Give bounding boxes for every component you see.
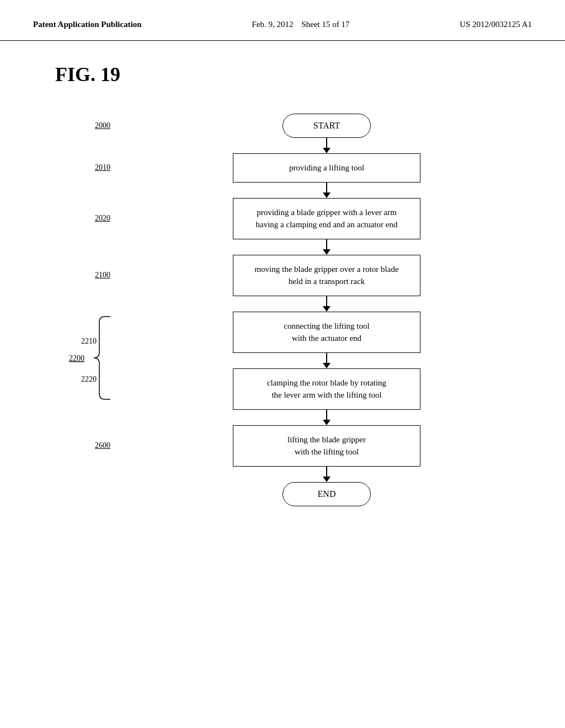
arrow-head-3 bbox=[323, 306, 331, 312]
arrow-segment-4 bbox=[121, 353, 532, 368]
arrow-segment-6 bbox=[121, 467, 532, 482]
arrow-head-4 bbox=[323, 363, 331, 368]
step2-area: providing a blade gripper with a lever a… bbox=[121, 198, 532, 239]
end-node-area: END bbox=[121, 482, 532, 506]
publication-label: Patent Application Publication bbox=[33, 20, 142, 29]
step4-area: connecting the lifting tool with the act… bbox=[121, 312, 532, 353]
v-line-1 bbox=[326, 183, 327, 192]
main-content: FIG. 19 2000 START 2010 bbox=[0, 41, 565, 528]
step3-area: moving the blade gripper over a rotor bl… bbox=[121, 255, 532, 296]
v-line-2 bbox=[326, 239, 327, 249]
step2-node: providing a blade gripper with a lever a… bbox=[233, 198, 420, 239]
brace-svg: 2200 bbox=[66, 311, 121, 410]
flowchart: 2000 START 2010 providing a lifting tool bbox=[33, 114, 532, 506]
ref-2600: 2600 bbox=[33, 441, 121, 450]
step5-node: clamping the rotor blade by rotating the… bbox=[233, 368, 420, 410]
brace-label-area: 2200 2210 2220 bbox=[33, 312, 121, 410]
brace-right: connecting the lifting tool with the act… bbox=[121, 312, 532, 410]
flow-row-end: END bbox=[33, 482, 532, 506]
arrow-segment-0 bbox=[121, 138, 532, 153]
v-line-0 bbox=[326, 138, 327, 148]
arrow-head-2 bbox=[323, 249, 331, 255]
flow-row-2020: 2020 providing a blade gripper with a le… bbox=[33, 198, 532, 239]
arrow-segment-2 bbox=[121, 239, 532, 255]
arrow-1 bbox=[33, 183, 532, 198]
arrow-0 bbox=[33, 138, 532, 153]
arrow-2 bbox=[33, 239, 532, 255]
flow-row-2100: 2100 moving the blade gripper over a rot… bbox=[33, 255, 532, 296]
date-label: Feb. 9, 2012 bbox=[252, 20, 293, 29]
start-node: START bbox=[282, 114, 371, 138]
page-header: Patent Application Publication Feb. 9, 2… bbox=[0, 0, 565, 41]
ref-2010: 2010 bbox=[33, 163, 121, 172]
v-line-4 bbox=[326, 353, 327, 363]
figure-title: FIG. 19 bbox=[55, 63, 120, 86]
arrow-4 bbox=[121, 353, 532, 368]
step6-area: lifting the blade gripper with the lifti… bbox=[121, 425, 532, 467]
ref-2020: 2020 bbox=[33, 214, 121, 223]
arrow-5 bbox=[33, 410, 532, 425]
flow-row-2010: 2010 providing a lifting tool bbox=[33, 153, 532, 183]
ref-2000: 2000 bbox=[33, 121, 121, 130]
step6-node: lifting the blade gripper with the lifti… bbox=[233, 425, 420, 467]
v-line-3 bbox=[326, 296, 327, 306]
flow-row-2600: 2600 lifting the blade gripper with the … bbox=[33, 425, 532, 467]
step1-area: providing a lifting tool bbox=[121, 153, 532, 183]
arrow-segment-5 bbox=[121, 410, 532, 425]
step4-node: connecting the lifting tool with the act… bbox=[233, 312, 420, 353]
patent-number-label: US 2012/0032125 A1 bbox=[460, 20, 532, 29]
sheet-label: Sheet 15 of 17 bbox=[301, 20, 349, 29]
step1-node: providing a lifting tool bbox=[233, 153, 420, 183]
arrow-head-1 bbox=[323, 192, 331, 198]
v-line-6 bbox=[326, 467, 327, 477]
svg-text:2200: 2200 bbox=[69, 354, 84, 362]
arrow-segment-3 bbox=[121, 296, 532, 312]
arrow-head-6 bbox=[323, 477, 331, 482]
brace-group: 2200 2210 2220 connecting the lifting to… bbox=[33, 312, 532, 410]
arrow-6 bbox=[33, 467, 532, 482]
arrow-head-0 bbox=[323, 148, 331, 153]
ref-2100: 2100 bbox=[33, 271, 121, 280]
arrow-3 bbox=[33, 296, 532, 312]
arrow-head-5 bbox=[323, 420, 331, 425]
v-line-5 bbox=[326, 410, 327, 420]
step5-area: clamping the rotor blade by rotating the… bbox=[121, 368, 532, 410]
end-node: END bbox=[282, 482, 371, 506]
start-node-area: START bbox=[121, 114, 532, 138]
arrow-segment-1 bbox=[121, 183, 532, 198]
step3-node: moving the blade gripper over a rotor bl… bbox=[233, 255, 420, 296]
flow-row-start: 2000 START bbox=[33, 114, 532, 138]
date-sheet-label: Feb. 9, 2012 Sheet 15 of 17 bbox=[252, 20, 349, 29]
